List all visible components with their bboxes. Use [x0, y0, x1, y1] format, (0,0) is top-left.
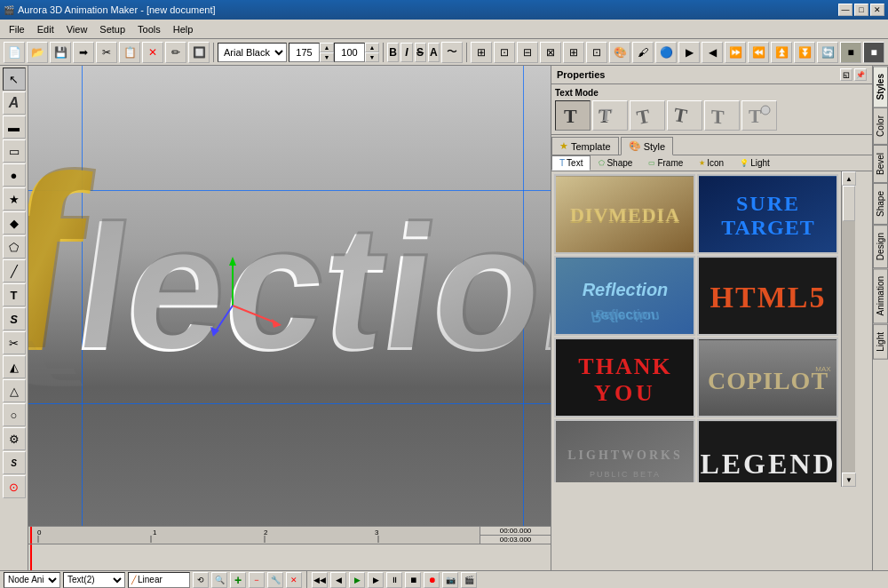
anim-btn5[interactable]: ⏫: [771, 42, 792, 63]
align-btn6[interactable]: ⊡: [586, 42, 607, 63]
menu-edit[interactable]: Edit: [32, 22, 59, 36]
subtab-light[interactable]: 💡 Light: [732, 155, 778, 171]
polygon-tool[interactable]: ⬠: [3, 235, 26, 258]
subtab-icon[interactable]: ★ Icon: [691, 155, 732, 171]
eraser-button[interactable]: 🔲: [188, 42, 210, 63]
size-down-btn[interactable]: ▼: [320, 52, 334, 62]
wave-button[interactable]: 〜: [441, 42, 463, 63]
scroll-thumb[interactable]: [843, 186, 855, 221]
menu-file[interactable]: File: [4, 22, 30, 36]
back-btn[interactable]: ◀: [330, 572, 346, 588]
tab-style[interactable]: 🎨 Style: [621, 137, 673, 155]
subtab-frame[interactable]: ▭ Frame: [640, 155, 691, 171]
align-btn2[interactable]: ⊡: [494, 42, 515, 63]
cut-button[interactable]: ✂: [96, 42, 117, 63]
stop-btn[interactable]: ⏹: [405, 572, 421, 588]
side-tab-animation[interactable]: Animation: [873, 268, 888, 323]
template-legend[interactable]: LEGEND: [697, 419, 838, 482]
side-tab-color[interactable]: Color: [873, 107, 888, 145]
mode-btn-4[interactable]: T: [667, 100, 702, 131]
side-tab-shape[interactable]: Shape: [873, 183, 888, 225]
render-btn[interactable]: ■: [840, 42, 861, 63]
search-btn[interactable]: 🔍: [211, 572, 227, 588]
template-suretarget[interactable]: SURE TARGET: [697, 174, 838, 254]
scale-up-btn[interactable]: ▲: [365, 43, 379, 52]
open-button[interactable]: 📂: [27, 42, 48, 63]
track-marker[interactable]: [30, 544, 32, 570]
prev-btn[interactable]: ◀◀: [312, 572, 328, 588]
side-tab-bevel[interactable]: Bevel: [873, 145, 888, 183]
font-scale-input[interactable]: [334, 43, 365, 62]
skew-tool[interactable]: S: [3, 451, 26, 474]
line-tool[interactable]: ╱: [3, 259, 26, 282]
text-tool[interactable]: A: [3, 91, 26, 115]
subtab-text[interactable]: T Text: [551, 155, 591, 171]
select-tool[interactable]: ↖: [3, 68, 26, 91]
template-divmedia[interactable]: DIVMEDIA DIVMEDIA: [554, 174, 695, 254]
side-tab-design[interactable]: Design: [873, 225, 888, 268]
color-btn1[interactable]: 🎨: [609, 42, 630, 63]
color-btn2[interactable]: 🖌: [632, 42, 654, 63]
triangle-tool[interactable]: ◭: [3, 355, 26, 378]
node-tool[interactable]: ⊙: [3, 475, 26, 498]
refresh-btn[interactable]: ⟲: [193, 572, 209, 588]
canvas-viewport[interactable]: f f lection lection f: [28, 66, 551, 526]
anim-btn2[interactable]: ◀: [702, 42, 723, 63]
template-html5[interactable]: HTML5: [697, 256, 838, 336]
template-copilot[interactable]: COPILOT MAX: [697, 338, 838, 417]
anim-btn7[interactable]: 🔄: [817, 42, 838, 63]
template-reflection[interactable]: Reflection Reflection Reflection: [554, 256, 695, 336]
linear-field[interactable]: ╱ Linear: [128, 572, 190, 588]
spline-tool[interactable]: S: [3, 307, 26, 330]
timeline-playhead[interactable]: [30, 527, 32, 544]
type-tool[interactable]: T: [3, 283, 26, 306]
shadow-button[interactable]: A: [428, 43, 440, 62]
menu-setup[interactable]: Setup: [94, 22, 131, 36]
ellipse-tool[interactable]: ●: [3, 163, 26, 187]
mode-btn-3[interactable]: T: [630, 100, 665, 131]
gear-tool[interactable]: ⚙: [3, 427, 26, 450]
ring-tool[interactable]: ○: [3, 403, 26, 426]
mode-btn-6[interactable]: T: [741, 100, 777, 131]
template-lightworks[interactable]: LIGHTWORKS PUBLIC BETA: [554, 419, 695, 482]
template-scrollbar[interactable]: ▲ ▼: [841, 171, 855, 487]
bold-button[interactable]: B: [387, 43, 399, 62]
scale-down-btn[interactable]: ▼: [365, 52, 379, 62]
tab-template[interactable]: ★ Template: [551, 137, 619, 155]
align-btn3[interactable]: ⊟: [517, 42, 538, 63]
anim-btn6[interactable]: ⏬: [794, 42, 815, 63]
anim-btn3[interactable]: ⏩: [725, 42, 746, 63]
close-button[interactable]: ✕: [870, 4, 884, 16]
panel-restore-btn[interactable]: ◱: [840, 68, 852, 81]
record-btn[interactable]: ⏺: [424, 572, 440, 588]
template-thankyou[interactable]: THANK YOU: [554, 338, 695, 417]
cancel-button[interactable]: ✕: [142, 42, 163, 63]
anim-btn4[interactable]: ⏪: [748, 42, 769, 63]
rounded-rect-tool[interactable]: ▭: [3, 139, 26, 163]
triangle2-tool[interactable]: △: [3, 379, 26, 402]
scroll-up-btn[interactable]: ▲: [842, 171, 856, 186]
export-button[interactable]: ➡: [73, 42, 94, 63]
video-btn[interactable]: 🎬: [461, 572, 477, 588]
mode-btn-2[interactable]: T T: [592, 100, 628, 131]
anim-btn1[interactable]: ▶: [678, 42, 700, 63]
scissor-tool[interactable]: ✂: [3, 331, 26, 354]
del-btn[interactable]: ✕: [286, 572, 302, 588]
tool-btn[interactable]: 🔧: [267, 572, 283, 588]
mode-btn-5[interactable]: T: [704, 100, 740, 131]
diamond-tool[interactable]: ◆: [3, 211, 26, 234]
font-selector[interactable]: Arial Black: [218, 43, 287, 62]
new-button[interactable]: 📄: [4, 42, 25, 63]
side-tab-styles[interactable]: Styles: [873, 66, 888, 107]
panel-pin-btn[interactable]: 📌: [854, 68, 867, 81]
align-btn5[interactable]: ⊞: [563, 42, 584, 63]
align-btn1[interactable]: ⊞: [471, 42, 492, 63]
pause-btn[interactable]: ⏸: [386, 572, 402, 588]
snapshot-btn[interactable]: 📷: [442, 572, 458, 588]
strike-button[interactable]: S: [415, 43, 426, 62]
menu-view[interactable]: View: [61, 22, 93, 36]
menu-help[interactable]: Help: [168, 22, 199, 36]
node-ani-select[interactable]: Node Ani: [4, 572, 60, 588]
italic-button[interactable]: I: [400, 43, 412, 62]
menu-tools[interactable]: Tools: [132, 22, 166, 36]
